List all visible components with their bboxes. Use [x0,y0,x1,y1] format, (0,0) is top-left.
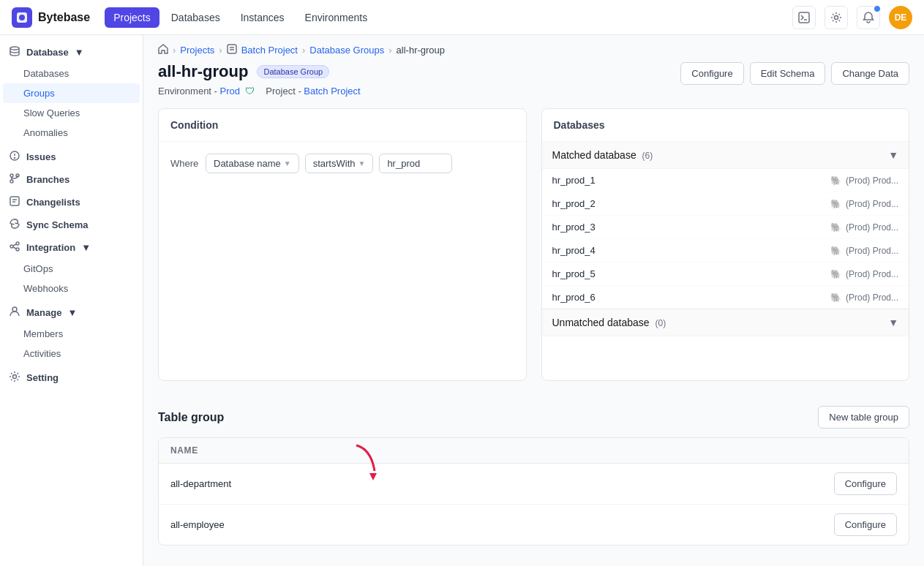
settings-button[interactable] [825,6,848,29]
table-row-name-1: all-department [170,478,231,489]
configure-row-1-button[interactable]: Configure [834,472,897,495]
database-section-icon [9,45,20,59]
sidebar-item-members[interactable]: Members [3,324,140,344]
svg-point-5 [10,47,19,50]
condition-card: Condition Where Database name ▼ startsWi… [158,108,527,381]
db-instance-text-5: (Prod) Prod... [846,269,898,279]
project-link[interactable]: Batch Project [304,86,360,97]
db-name-4: hr_prod_4 [552,245,596,256]
database-chevron: ▼ [75,47,84,58]
operator-select[interactable]: startsWith ▼ [305,154,374,173]
breadcrumb-batch-project[interactable]: Batch Project [241,45,298,56]
page-header: all-hr-group Database Group Environment … [143,62,924,108]
sidebar-changelists[interactable]: Changelists [0,191,143,214]
db-row-3: hr_prod_3 🐘 (Prod) Prod... [542,216,909,239]
sidebar-webhooks-label: Webhooks [23,283,68,294]
terminal-button[interactable] [792,6,816,29]
sidebar-setting-label: Setting [26,372,59,383]
new-table-group-button[interactable]: New table group [818,406,909,429]
matched-label: Matched database [552,149,636,161]
svg-point-8 [15,158,15,159]
manage-icon [9,306,20,320]
breadcrumb-batch-icon [227,44,237,56]
table-group-section: Table group New table group Name [158,396,909,546]
svg-point-21 [13,375,17,379]
integration-chevron: ▼ [81,242,91,253]
manage-chevron: ▼ [67,307,77,318]
configure-button[interactable]: Configure [680,62,743,85]
db-name-1: hr_prod_1 [552,175,596,186]
db-icon-2: 🐘 [830,199,841,209]
table-group-card: Name all-department C [158,437,909,546]
sidebar-database-header[interactable]: Database ▼ [0,41,143,64]
env-separator: - [214,86,220,97]
sidebar-manage-section: Manage ▼ Members Activities [0,301,143,363]
svg-point-1 [19,15,25,20]
logo-icon [12,7,32,28]
breadcrumb-database-groups[interactable]: Database Groups [309,45,384,56]
db-instance-1: 🐘 (Prod) Prod... [830,176,898,186]
sidebar-item-webhooks[interactable]: Webhooks [3,279,140,298]
svg-rect-22 [228,45,236,53]
user-avatar[interactable]: DE [889,6,912,29]
edit-schema-button[interactable]: Edit Schema [750,62,826,85]
sidebar-item-anomalies[interactable]: Anomalies [3,123,140,143]
sidebar-manage-header[interactable]: Manage ▼ [0,301,143,324]
db-instance-text-4: (Prod) Prod... [846,246,898,256]
nav-right: DE [792,6,912,29]
sidebar-setting[interactable]: Setting [0,366,143,389]
sidebar-slow-queries-label: Slow Queries [23,107,80,118]
matched-chevron: ▼ [888,149,898,161]
table-row-1: all-department Configure [159,464,909,505]
home-icon[interactable] [158,44,168,56]
notifications-button[interactable] [857,6,880,29]
sidebar-databases-label: Databases [23,68,69,79]
nav-left: Bytebase Projects Databases Instances En… [12,7,376,28]
field-select[interactable]: Database name ▼ [206,154,299,173]
env-label: Environment [158,86,211,97]
database-group-badge: Database Group [257,65,329,78]
sidebar-item-activities[interactable]: Activities [3,344,140,363]
condition-input[interactable]: hr_prod [379,154,452,173]
sidebar-item-databases[interactable]: Databases [3,64,140,83]
svg-point-9 [10,174,13,177]
table-group-title: Table group [158,411,224,424]
field-caret: ▼ [284,159,291,167]
db-name-3: hr_prod_3 [552,222,596,233]
db-icon-3: 🐘 [830,222,841,233]
sidebar-branches-label: Branches [26,174,70,185]
unmatched-header-text: Unmatched database (0) [552,317,666,328]
sidebar-item-gitops[interactable]: GitOps [3,259,140,279]
db-instance-text-3: (Prod) Prod... [846,222,898,233]
unmatched-body [542,336,909,380]
db-row-1: hr_prod_1 🐘 (Prod) Prod... [542,169,909,192]
logo[interactable]: Bytebase [12,7,90,28]
sidebar-item-groups[interactable]: Groups [3,83,140,103]
sidebar-issues[interactable]: Issues [0,146,143,168]
where-row: Where Database name ▼ startsWith ▼ hr_pr… [170,154,514,173]
change-data-button[interactable]: Change Data [831,62,909,85]
page-actions: Configure Edit Schema Change Data [680,62,909,85]
two-column-layout: Condition Where Database name ▼ startsWi… [158,108,909,381]
breadcrumb-projects[interactable]: Projects [180,45,214,56]
sidebar-item-slow-queries[interactable]: Slow Queries [3,103,140,123]
matched-section-header[interactable]: Matched database (6) ▼ [542,142,909,169]
svg-point-11 [10,180,13,183]
configure-row-2-button[interactable]: Configure [834,513,897,536]
sidebar-integration-header[interactable]: Integration ▼ [0,236,143,259]
sidebar-branches[interactable]: Branches [0,168,143,191]
nav-databases[interactable]: Databases [162,7,229,28]
db-icon-5: 🐘 [830,269,841,279]
breadcrumb-sep-3: › [302,45,305,56]
unmatched-section-header[interactable]: Unmatched database (0) ▼ [542,309,909,336]
nav-instances[interactable]: Instances [232,7,293,28]
sidebar-sync-label: Sync Schema [26,219,89,230]
db-icon-4: 🐘 [830,246,841,256]
sidebar-issues-label: Issues [26,151,56,162]
sidebar-sync-schema[interactable]: Sync Schema [0,214,143,236]
nav-projects[interactable]: Projects [105,7,159,28]
db-instance-6: 🐘 (Prod) Prod... [830,293,898,303]
nav-environments[interactable]: Environments [296,7,377,28]
env-link[interactable]: Prod [220,86,240,97]
setting-icon [9,371,20,385]
